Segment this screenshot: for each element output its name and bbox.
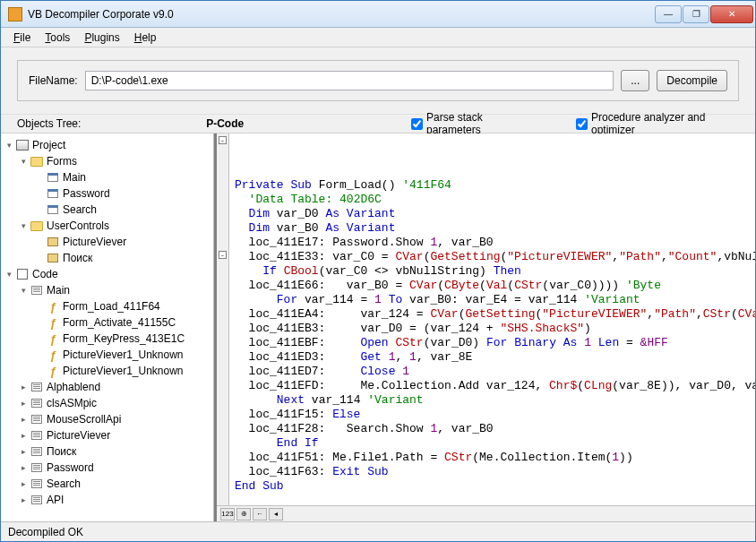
fold-icon[interactable]: - bbox=[219, 136, 227, 144]
fold-icon[interactable]: - bbox=[219, 251, 227, 259]
code-area: - - Private Sub Form_Load() '411F64 'Dat… bbox=[214, 133, 755, 521]
browse-button[interactable]: ... bbox=[621, 70, 649, 91]
statusbar: Decompiled OK bbox=[1, 521, 755, 541]
label-row: Objects Tree: P-Code Parse stack paramet… bbox=[1, 114, 755, 133]
tree-node--[interactable]: ▸Поиск bbox=[1, 443, 213, 460]
tree-node-code[interactable]: ▾Code bbox=[1, 266, 213, 282]
expander-icon[interactable]: ▸ bbox=[17, 479, 30, 488]
filename-input[interactable] bbox=[85, 71, 614, 90]
filename-label: FileName: bbox=[29, 74, 78, 87]
tree-label: UserControls bbox=[47, 219, 109, 232]
tree-node-pictureviever[interactable]: PictureViever bbox=[1, 234, 213, 250]
app-icon bbox=[8, 7, 22, 22]
tree-node-pictureviever[interactable]: ▸PictureViever bbox=[1, 427, 213, 443]
tree-label: Поиск bbox=[47, 445, 76, 458]
maximize-button[interactable]: ❐ bbox=[683, 5, 709, 23]
expander-icon[interactable]: ▾ bbox=[17, 221, 30, 230]
expander-icon[interactable]: ▸ bbox=[17, 415, 30, 424]
menu-help[interactable]: Help bbox=[127, 30, 164, 46]
expander-icon[interactable]: ▾ bbox=[17, 157, 30, 166]
toolbar-btn-3[interactable]: ← bbox=[253, 508, 267, 520]
menu-tools[interactable]: Tools bbox=[38, 30, 77, 46]
tree-label: PictureViever1_Unknown bbox=[63, 348, 184, 361]
main-panel: ▾Project▾FormsMainPasswordSearch▾UserCon… bbox=[1, 133, 755, 521]
tree-label: Поиск bbox=[63, 252, 92, 264]
expander-icon[interactable]: ▸ bbox=[17, 447, 30, 456]
tree-node-search[interactable]: Search bbox=[1, 202, 213, 218]
tree-label: PictureViever bbox=[47, 429, 110, 442]
tree-node-form-load-411f64[interactable]: ƒForm_Load_411F64 bbox=[1, 298, 213, 314]
tree-node-search[interactable]: ▸Search bbox=[1, 476, 213, 492]
tree-label: clsASMpic bbox=[47, 397, 97, 409]
tree-node-password[interactable]: Password bbox=[1, 185, 213, 202]
tree-label: Form_Load_411F64 bbox=[63, 300, 160, 313]
tree-label: Search bbox=[63, 203, 97, 216]
window-controls: — ❐ ✕ bbox=[655, 5, 753, 23]
tree-label: Password bbox=[47, 461, 94, 474]
titlebar: VB Decompiler Corporate v9.0 — ❐ ✕ bbox=[1, 1, 755, 28]
objects-tree[interactable]: ▾Project▾FormsMainPasswordSearch▾UserCon… bbox=[1, 133, 214, 521]
menubar: File Tools Plugins Help bbox=[1, 28, 755, 47]
code-gutter: - - bbox=[217, 133, 229, 505]
tree-node-form-keypress-413e1c[interactable]: ƒForm_KeyPress_413E1C bbox=[1, 331, 213, 347]
tree-node-main[interactable]: Main bbox=[1, 169, 213, 185]
tree-node-alphablend[interactable]: ▸Alphablend bbox=[1, 379, 213, 395]
pcode-label: P-Code bbox=[206, 117, 397, 130]
parse-stack-checkbox[interactable]: Parse stack parameters bbox=[411, 111, 536, 136]
toolbar-btn-4[interactable]: ◂ bbox=[269, 508, 283, 520]
tree-node-usercontrols[interactable]: ▾UserControls bbox=[1, 218, 213, 234]
code-toolbar: 123 ⊕ ← ◂ bbox=[217, 505, 755, 521]
expander-icon[interactable]: ▾ bbox=[17, 286, 30, 295]
tree-label: PictureViever1_Unknown bbox=[63, 365, 184, 377]
tree-label: Alphablend bbox=[47, 381, 100, 393]
tree-label: Code bbox=[32, 268, 58, 280]
tree-label: MouseScrollApi bbox=[47, 413, 121, 426]
proc-analyzer-checkbox[interactable]: Procedure analyzer and optimizer bbox=[576, 111, 746, 136]
tree-node-pictureviever1-unknown[interactable]: ƒPictureViever1_Unknown bbox=[1, 363, 213, 379]
window-title: VB Decompiler Corporate v9.0 bbox=[28, 8, 655, 21]
tree-label: Forms bbox=[47, 155, 77, 168]
tree-node--[interactable]: Поиск bbox=[1, 250, 213, 266]
minimize-button[interactable]: — bbox=[655, 5, 682, 23]
tree-node-password[interactable]: ▸Password bbox=[1, 460, 213, 476]
tree-label: API bbox=[47, 494, 64, 506]
expander-icon[interactable]: ▸ bbox=[17, 463, 30, 472]
tree-label: Main bbox=[63, 171, 86, 184]
tree-label: PictureViever bbox=[63, 236, 126, 248]
tree-node-pictureviever1-unknown[interactable]: ƒPictureViever1_Unknown bbox=[1, 347, 213, 363]
menu-plugins[interactable]: Plugins bbox=[77, 30, 126, 46]
tree-node-main[interactable]: ▾Main bbox=[1, 282, 213, 298]
expander-icon[interactable]: ▸ bbox=[17, 399, 30, 408]
tree-label: Form_KeyPress_413E1C bbox=[63, 332, 185, 345]
expander-icon[interactable]: ▸ bbox=[17, 383, 30, 391]
tree-node-mousescrollapi[interactable]: ▸MouseScrollApi bbox=[1, 411, 213, 427]
tree-node-api[interactable]: ▸API bbox=[1, 492, 213, 508]
tree-label: Search bbox=[47, 477, 81, 490]
toolbar-btn-1[interactable]: 123 bbox=[220, 508, 235, 520]
tree-node-clsasmpic[interactable]: ▸clsASMpic bbox=[1, 395, 213, 411]
status-text: Decompiled OK bbox=[8, 526, 83, 538]
expander-icon[interactable]: ▾ bbox=[3, 270, 15, 279]
objects-tree-label: Objects Tree: bbox=[17, 117, 199, 130]
tree-label: Project bbox=[32, 139, 65, 151]
tree-label: Main bbox=[47, 284, 70, 297]
file-row: FileName: ... Decompile bbox=[1, 47, 755, 114]
expander-icon[interactable]: ▸ bbox=[17, 431, 30, 440]
close-button[interactable]: ✕ bbox=[710, 5, 753, 23]
tree-label: Form_Activate_41155C bbox=[63, 316, 176, 329]
expander-icon[interactable]: ▾ bbox=[3, 141, 15, 150]
app-window: VB Decompiler Corporate v9.0 — ❐ ✕ File … bbox=[0, 0, 756, 542]
parse-stack-input[interactable] bbox=[411, 118, 423, 130]
expander-icon[interactable]: ▸ bbox=[17, 495, 30, 504]
decompile-button[interactable]: Decompile bbox=[657, 70, 727, 91]
tree-node-project[interactable]: ▾Project bbox=[1, 137, 213, 153]
tree-node-forms[interactable]: ▾Forms bbox=[1, 153, 213, 169]
toolbar-btn-2[interactable]: ⊕ bbox=[236, 508, 251, 520]
proc-analyzer-input[interactable] bbox=[576, 118, 588, 130]
tree-label: Password bbox=[63, 187, 110, 200]
code-viewer[interactable]: - - Private Sub Form_Load() '411F64 'Dat… bbox=[217, 133, 755, 505]
file-panel: FileName: ... Decompile bbox=[17, 60, 739, 101]
tree-node-form-activate-41155c[interactable]: ƒForm_Activate_41155C bbox=[1, 314, 213, 331]
menu-file[interactable]: File bbox=[6, 30, 38, 46]
